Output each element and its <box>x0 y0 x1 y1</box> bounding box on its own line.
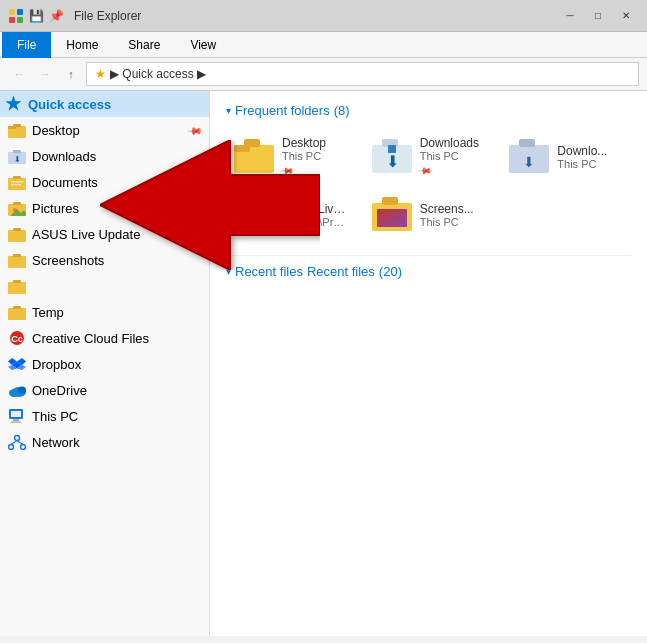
sidebar-item-screenshots[interactable]: Screenshots <box>0 247 209 273</box>
breadcrumb-text: ▶ Quick access ▶ <box>110 67 206 81</box>
tab-home[interactable]: Home <box>51 32 113 58</box>
chevron-down-icon2: ▾ <box>226 266 231 277</box>
sidebar-item-dropbox[interactable]: Dropbox <box>0 351 209 377</box>
svg-rect-13 <box>11 184 21 186</box>
desktop-folder-info: Desktop This PC 📌 <box>282 136 326 177</box>
sidebar-item-pictures[interactable]: Pictures 📌 <box>0 195 209 221</box>
sidebar-item-asus-live-update[interactable]: ASUS Live Update <box>0 221 209 247</box>
close-button[interactable]: ✕ <box>613 6 639 26</box>
asus-folder-icon <box>8 225 26 243</box>
address-bar: ← → ↑ ★ ▶ Quick access ▶ <box>0 58 647 91</box>
sidebar-item-onedrive[interactable]: OneDrive <box>0 377 209 403</box>
sidebar-item-this-pc[interactable]: This PC <box>0 403 209 429</box>
svg-rect-40 <box>11 421 21 423</box>
creative-cloud-icon: Cc <box>8 329 26 347</box>
asus-folder-info: ASUS Live Update OS (C:)\ProgramData\ASU… <box>282 202 348 228</box>
sidebar-item-documents[interactable]: Documents <box>0 169 209 195</box>
quick-access-star-icon: ★ <box>95 67 106 81</box>
sidebar-downloads-label: Downloads <box>32 149 96 164</box>
svg-rect-2 <box>9 17 15 23</box>
pin-icon: 📌 <box>187 200 203 216</box>
svg-rect-60 <box>382 197 398 205</box>
svg-rect-24 <box>8 308 26 320</box>
downloads-folder-icon-wrap: ⬇ <box>372 139 412 175</box>
dropbox-icon <box>8 355 26 373</box>
chevron-down-icon: ▾ <box>226 105 231 116</box>
tab-share[interactable]: Share <box>113 32 175 58</box>
sidebar-item-unnamed[interactable] <box>0 273 209 299</box>
sidebar-pictures-label: Pictures <box>32 201 79 216</box>
recent-files-section: ▾ Recent files Recent files (20) <box>226 255 631 279</box>
sidebar-item-temp[interactable]: Temp <box>0 299 209 325</box>
this-pc-icon <box>8 407 26 425</box>
address-path[interactable]: ★ ▶ Quick access ▶ <box>86 62 639 86</box>
sidebar-item-network[interactable]: Network <box>0 429 209 455</box>
forward-button[interactable]: → <box>34 63 56 85</box>
svg-point-41 <box>15 436 20 441</box>
svg-text:⬇: ⬇ <box>14 155 21 164</box>
svg-rect-11 <box>13 176 21 179</box>
partial-folder-info: Downlo... This PC <box>557 144 607 170</box>
folder-item-partial-right[interactable]: ⬇ Downlo... This PC <box>501 130 631 183</box>
svg-rect-39 <box>13 419 19 421</box>
svg-rect-20 <box>8 256 26 268</box>
svg-rect-48 <box>244 139 260 147</box>
app-icon <box>8 8 24 24</box>
window-controls: ─ □ ✕ <box>557 6 639 26</box>
svg-text:⬇: ⬇ <box>523 154 535 170</box>
svg-point-42 <box>9 445 14 450</box>
svg-rect-15 <box>13 202 21 205</box>
asus-folder-name: ASUS Live Update <box>282 202 348 216</box>
svg-rect-18 <box>8 230 26 242</box>
save-icon[interactable]: 💾 <box>28 8 44 24</box>
main-layout: ★ Quick access Desktop 📌 ⬇ Downloads Doc… <box>0 91 647 636</box>
folder-item-asus[interactable]: ASUS Live Update OS (C:)\ProgramData\ASU… <box>226 191 356 239</box>
downloads-folder-info: Downloads This PC 📌 <box>420 136 479 177</box>
desktop-folder-name: Desktop <box>282 136 326 150</box>
back-button[interactable]: ← <box>8 63 30 85</box>
folder-item-screenshots[interactable]: Screens... This PC <box>364 191 494 239</box>
sidebar-asus-label: ASUS Live Update <box>32 227 140 242</box>
unnamed-folder-icon <box>8 277 26 295</box>
folder-item-desktop[interactable]: Desktop This PC 📌 <box>226 130 356 183</box>
up-button[interactable]: ↑ <box>60 63 82 85</box>
downloads-folder-icon: ⬇ <box>8 147 26 165</box>
svg-rect-22 <box>8 282 26 294</box>
pin-titlebar-icon[interactable]: 📌 <box>48 8 64 24</box>
frequent-folders-header[interactable]: ▾ Frequent folders (8) <box>226 103 631 118</box>
asus-folder-icon-wrap <box>234 197 274 233</box>
screenshots-folder-icon-wrap <box>372 197 412 233</box>
sidebar-item-downloads[interactable]: ⬇ Downloads <box>0 143 209 169</box>
title-bar: 💾 📌 File Explorer ─ □ ✕ <box>0 0 647 32</box>
sidebar-documents-label: Documents <box>32 175 98 190</box>
sidebar-this-pc-label: This PC <box>32 409 78 424</box>
tab-file[interactable]: File <box>2 32 51 58</box>
screenshots-folder-name: Screens... <box>420 202 474 216</box>
ribbon-tabs: File Home Share View <box>0 32 647 57</box>
folder-item-downloads[interactable]: ⬇ Downloads This PC 📌 <box>364 130 494 183</box>
sidebar-item-creative-cloud[interactable]: Cc Creative Cloud Files <box>0 325 209 351</box>
partial-folder-icon-wrap: ⬇ <box>509 139 549 175</box>
folder-pin-icon: 📌 <box>280 164 295 179</box>
minimize-button[interactable]: ─ <box>557 6 583 26</box>
sidebar-item-quick-access[interactable]: ★ Quick access <box>0 91 209 117</box>
maximize-button[interactable]: □ <box>585 6 611 26</box>
svg-rect-8 <box>13 150 21 153</box>
quick-access-star-icon: ★ <box>4 95 22 113</box>
temp-folder-icon <box>8 303 26 321</box>
svg-rect-3 <box>17 17 23 23</box>
svg-rect-6 <box>13 124 21 127</box>
svg-point-35 <box>9 389 19 397</box>
svg-rect-25 <box>13 306 21 309</box>
onedrive-icon <box>8 381 26 399</box>
screenshots-folder-subtitle: This PC <box>420 216 474 228</box>
downloads-folder-name: Downloads <box>420 136 479 150</box>
desktop-folder-icon <box>8 121 26 139</box>
sidebar-creative-cloud-label: Creative Cloud Files <box>32 331 149 346</box>
tab-view[interactable]: View <box>175 32 231 58</box>
recent-files-header[interactable]: ▾ Recent files Recent files (20) <box>226 264 631 279</box>
svg-text:Cc: Cc <box>11 334 23 344</box>
sidebar-item-desktop[interactable]: Desktop 📌 <box>0 117 209 143</box>
pin-icon: 📌 <box>187 122 203 138</box>
svg-rect-12 <box>11 181 23 183</box>
